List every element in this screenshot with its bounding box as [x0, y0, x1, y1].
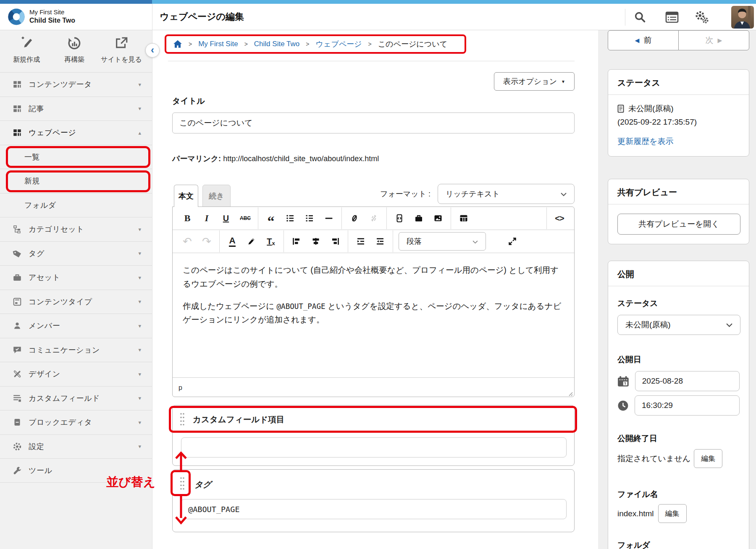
undo-button[interactable]: ↶ — [178, 233, 197, 250]
breadcrumb-link-webpages[interactable]: ウェブページ — [315, 39, 362, 49]
sidebar-item-webpage-folders[interactable]: フォルダ — [0, 193, 152, 217]
sidebar-item-block-editor[interactable]: ブロックエディタ ▾ — [0, 410, 152, 434]
breadcrumb-link-child-site[interactable]: Child Site Two — [254, 40, 299, 48]
toolbar-separator — [386, 207, 387, 229]
search-button[interactable] — [633, 10, 647, 26]
breadcrumb: > My First Site > Child Site Two > ウェブペー… — [173, 39, 447, 49]
align-center-icon — [312, 237, 320, 246]
sidebar-item-webpage-new[interactable]: 新規 — [0, 169, 152, 193]
user-avatar[interactable] — [731, 6, 754, 29]
sidebar-collapse-button[interactable]: ‹ — [145, 43, 160, 58]
share-preview-title: 共有プレビュー — [608, 179, 749, 204]
share-preview-panel: 共有プレビュー 共有プレビューを開く — [608, 179, 749, 244]
strikethrough-button[interactable]: ABC — [236, 210, 255, 227]
publish-status-select[interactable]: 未公開(原稿) — [617, 315, 740, 335]
redo-button[interactable]: ↷ — [197, 233, 216, 250]
clear-format-button[interactable]: Tx — [261, 233, 281, 250]
sidebar-item-content-types[interactable]: コンテンツタイプ ▾ — [0, 290, 152, 314]
system-settings-button[interactable] — [694, 10, 709, 26]
publish-status-label: ステータス — [617, 298, 740, 309]
gear-icon — [12, 442, 23, 451]
action-view-site[interactable]: サイトを見る — [98, 36, 144, 64]
sidebar-item-webpage-list[interactable]: 一覧 — [0, 145, 152, 169]
mt-logo[interactable] — [7, 7, 26, 26]
sidebar-item-label: カテゴリセット — [29, 224, 84, 234]
unordered-list-button[interactable] — [281, 210, 300, 227]
custom-field-input[interactable] — [181, 437, 567, 458]
tab-body[interactable]: 本文 — [174, 185, 198, 207]
sidebar-item-entries[interactable]: 記事 ▾ — [0, 97, 152, 121]
sidebar-item-settings[interactable]: 設定 ▾ — [0, 434, 152, 459]
insert-link-button[interactable] — [345, 210, 364, 227]
title-input[interactable] — [172, 112, 575, 133]
tab-extended[interactable]: 続き — [202, 185, 231, 207]
page-title: ウェブページの編集 — [160, 10, 244, 23]
list-actions-button[interactable] — [665, 11, 679, 25]
filename-value: index.html — [617, 509, 654, 518]
sidebar-item-webpages[interactable]: ウェブページ ▴ — [0, 120, 152, 145]
edit-unpublish-date-button[interactable]: 編集 — [694, 449, 722, 468]
align-left-button[interactable] — [287, 233, 306, 250]
sidebar-item-category-sets[interactable]: カテゴリセット ▾ — [0, 217, 152, 241]
home-icon[interactable] — [173, 40, 182, 48]
horizontal-rule-button[interactable] — [319, 210, 339, 227]
draft-doc-icon — [617, 105, 624, 113]
sidebar-item-label: 記事 — [29, 104, 44, 114]
editor-content-area[interactable]: このページはこのサイトについて (自己紹介や会社概要など、プロフィール用のページ… — [173, 253, 574, 377]
redo-icon: ↷ — [202, 235, 211, 248]
highlight-button[interactable] — [242, 233, 261, 250]
custom-fields-drag-handle[interactable] — [179, 412, 185, 426]
sidebar-item-assets[interactable]: アセット ▾ — [0, 265, 152, 290]
block-editor-icon — [12, 418, 23, 426]
annotation-sort-label: 並び替え — [106, 474, 155, 491]
status-panel: ステータス 未公開(原稿) (2025-09-22 17:35:57) 更新履歴… — [608, 69, 749, 157]
align-right-button[interactable] — [326, 233, 345, 250]
italic-button[interactable]: I — [197, 210, 216, 227]
tags-input[interactable] — [181, 499, 567, 519]
sidebar-item-custom-fields[interactable]: カスタムフィールド ▾ — [0, 386, 152, 410]
fullscreen-button[interactable] — [503, 233, 522, 250]
edit-filename-button[interactable]: 編集 — [658, 504, 687, 523]
display-options-button[interactable]: 表示オプション ▼ — [494, 72, 575, 91]
insert-asset-button[interactable] — [409, 210, 428, 227]
publish-date-input[interactable] — [635, 371, 740, 391]
action-create-new[interactable]: 新規作成 — [3, 36, 50, 64]
publish-status-value: 未公開(原稿) — [625, 319, 671, 330]
insert-table-button[interactable] — [454, 210, 473, 227]
remove-link-button[interactable] — [364, 210, 383, 227]
chevron-down-icon — [472, 237, 478, 246]
chevron-down-icon: ▾ — [138, 395, 141, 401]
format-select[interactable]: リッチテキスト — [438, 184, 575, 204]
sidebar-item-label: カスタムフィールド — [29, 393, 100, 403]
site-switcher[interactable]: My First Site Child Site Two — [29, 8, 75, 25]
publish-time-input[interactable] — [635, 395, 740, 416]
insert-image-button[interactable] — [428, 210, 448, 227]
bold-button[interactable]: B — [178, 210, 197, 227]
open-share-preview-button[interactable]: 共有プレビューを開く — [617, 214, 740, 235]
sidebar-item-content-data[interactable]: コンテンツデータ ▾ — [0, 72, 152, 97]
pencil-plus-icon — [19, 36, 34, 50]
action-rebuild[interactable]: 再構築 — [51, 36, 97, 64]
sidebar-item-design[interactable]: デザイン ▾ — [0, 362, 152, 386]
align-center-button[interactable] — [306, 233, 326, 250]
custom-field-input-wrap — [181, 437, 567, 458]
prev-entry-button[interactable]: ◀ 前 — [608, 30, 679, 50]
blockquote-button[interactable]: “ — [261, 210, 281, 227]
html-source-button[interactable]: <> — [550, 210, 569, 227]
history-link[interactable]: 更新履歴を表示 — [617, 137, 673, 146]
sidebar-item-tags[interactable]: タグ ▾ — [0, 241, 152, 266]
font-color-button[interactable]: A — [223, 233, 242, 250]
underline-button[interactable]: U — [216, 210, 236, 227]
resize-handle[interactable] — [567, 390, 573, 396]
outdent-button[interactable] — [370, 233, 390, 250]
ordered-list-button[interactable] — [300, 210, 319, 227]
sidebar-item-members[interactable]: メンバー ▾ — [0, 314, 152, 338]
sidebar-item-communication[interactable]: コミュニケーション ▾ — [0, 338, 152, 362]
insert-file-button[interactable] — [390, 210, 409, 227]
breadcrumb-link-site[interactable]: My First Site — [198, 40, 238, 48]
indent-button[interactable] — [351, 233, 370, 250]
tags-drag-handle[interactable] — [179, 476, 185, 491]
rich-text-editor: B I U ABC “ — [172, 207, 575, 397]
paragraph-style-select[interactable]: 段落 — [399, 232, 486, 251]
next-entry-button[interactable]: 次 ▶ — [678, 30, 749, 50]
